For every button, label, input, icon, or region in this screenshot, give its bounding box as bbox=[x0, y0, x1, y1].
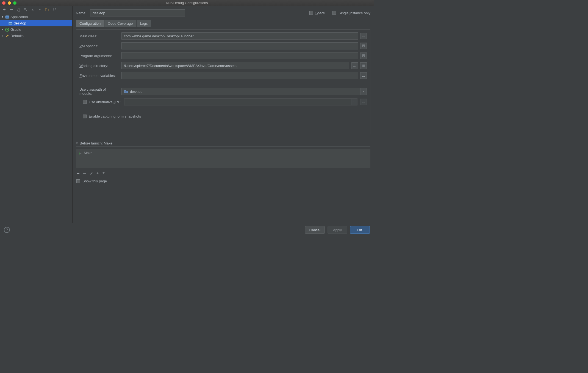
wrench-icon bbox=[5, 34, 9, 38]
chevron-down-icon bbox=[351, 99, 357, 105]
alt-jre-label: Use alternative JRE: bbox=[89, 100, 121, 104]
copy-config-button[interactable] bbox=[16, 8, 20, 12]
tab-configuration[interactable]: Configuration bbox=[76, 20, 104, 27]
edit-task-button[interactable] bbox=[90, 172, 93, 175]
minimize-window-button[interactable] bbox=[8, 1, 11, 5]
ok-button[interactable]: OK bbox=[350, 226, 370, 234]
single-instance-checkbox[interactable]: Single instance only bbox=[332, 11, 370, 15]
svg-text:01: 01 bbox=[80, 152, 82, 154]
tree-label: Defaults bbox=[10, 34, 24, 38]
move-task-up-button[interactable] bbox=[96, 172, 99, 175]
config-name-input[interactable] bbox=[90, 9, 185, 16]
window-title: Run/Debug Configurations bbox=[0, 1, 374, 5]
expand-arrow-icon bbox=[1, 16, 4, 18]
before-launch-label: Before launch: Make bbox=[80, 141, 112, 145]
browse-jre-button: … bbox=[360, 99, 367, 105]
svg-rect-5 bbox=[5, 16, 9, 16]
share-checkbox[interactable]: Share bbox=[309, 11, 325, 15]
svg-rect-7 bbox=[9, 22, 12, 23]
collapse-arrow-icon bbox=[1, 28, 4, 31]
alt-jre-select bbox=[124, 98, 358, 105]
program-args-label: Program arguments: bbox=[79, 54, 119, 58]
chevron-down-icon bbox=[360, 88, 367, 95]
remove-task-button[interactable] bbox=[83, 172, 86, 175]
single-instance-label: Single instance only bbox=[339, 11, 370, 15]
env-vars-label: Environment variables: bbox=[79, 74, 119, 78]
edit-defaults-button[interactable] bbox=[24, 8, 27, 12]
classpath-value: desktop bbox=[130, 90, 143, 94]
tree-node-gradle[interactable]: Gradle bbox=[0, 26, 72, 33]
expand-program-args-button[interactable] bbox=[360, 52, 367, 59]
before-launch-item-label: Make bbox=[84, 151, 93, 155]
snapshots-checkbox[interactable]: Enable capturing form snapshots bbox=[83, 114, 141, 118]
tree-node-application[interactable]: Application bbox=[0, 14, 72, 20]
titlebar: Run/Debug Configurations bbox=[0, 0, 374, 6]
svg-rect-2 bbox=[18, 9, 20, 11]
add-task-button[interactable] bbox=[76, 172, 80, 175]
before-launch-toolbar bbox=[76, 170, 370, 177]
tab-code-coverage[interactable]: Code Coverage bbox=[104, 20, 136, 27]
main-class-input[interactable] bbox=[121, 32, 358, 40]
dialog-footer: ? Cancel Apply OK bbox=[0, 223, 374, 237]
program-args-input[interactable] bbox=[121, 52, 358, 59]
cancel-button[interactable]: Cancel bbox=[305, 226, 325, 234]
traffic-lights bbox=[0, 1, 16, 5]
move-task-down-button[interactable] bbox=[102, 172, 105, 175]
working-dir-input[interactable] bbox=[121, 62, 349, 69]
classpath-module-select[interactable]: desktop bbox=[121, 88, 367, 95]
application-icon bbox=[8, 21, 13, 26]
svg-rect-13 bbox=[83, 173, 86, 174]
folder-button[interactable] bbox=[45, 8, 49, 12]
before-launch-header[interactable]: Before launch: Make bbox=[76, 141, 370, 147]
tree-label: Gradle bbox=[10, 27, 21, 32]
vm-options-input[interactable] bbox=[121, 42, 358, 49]
svg-rect-11 bbox=[362, 55, 365, 57]
expand-vm-options-button[interactable] bbox=[360, 43, 367, 49]
working-dir-list-button[interactable] bbox=[360, 62, 367, 69]
browse-working-dir-button[interactable]: … bbox=[351, 62, 358, 69]
tree-node-defaults[interactable]: Defaults bbox=[0, 33, 72, 39]
main-class-label: Main class: bbox=[79, 34, 119, 38]
config-toolbar bbox=[0, 6, 72, 13]
checkbox-icon bbox=[332, 11, 336, 15]
show-this-page-label: Show this page bbox=[82, 179, 107, 183]
browse-main-class-button[interactable]: … bbox=[360, 33, 367, 39]
before-launch-item[interactable]: 01 Make bbox=[77, 150, 369, 155]
tab-bar: Configuration Code Coverage Logs bbox=[76, 20, 370, 27]
checkbox-icon bbox=[83, 100, 87, 104]
collapse-arrow-icon bbox=[1, 35, 4, 37]
zoom-window-button[interactable] bbox=[13, 1, 16, 5]
sort-button[interactable] bbox=[52, 8, 56, 12]
checkbox-icon bbox=[76, 179, 80, 183]
remove-config-button[interactable] bbox=[9, 8, 13, 12]
working-dir-label: Working directory: bbox=[79, 64, 119, 68]
expand-arrow-icon bbox=[76, 142, 78, 144]
vm-options-label: VM options: bbox=[79, 44, 119, 48]
close-window-button[interactable] bbox=[2, 1, 5, 5]
tree-label: desktop bbox=[14, 21, 26, 25]
tree-node-desktop[interactable]: desktop bbox=[0, 20, 72, 26]
name-label: Name: bbox=[76, 11, 86, 15]
application-icon bbox=[5, 15, 9, 19]
main-panel: Name: Share Single instance only Configu… bbox=[73, 6, 374, 223]
add-config-button[interactable] bbox=[2, 8, 6, 12]
svg-point-9 bbox=[7, 29, 8, 30]
help-button[interactable]: ? bbox=[4, 227, 10, 233]
move-up-button[interactable] bbox=[31, 8, 35, 12]
alt-jre-checkbox[interactable]: Use alternative JRE: bbox=[83, 100, 121, 104]
show-this-page-checkbox[interactable]: Show this page bbox=[76, 179, 370, 183]
apply-button[interactable]: Apply bbox=[328, 226, 347, 234]
make-icon: 01 bbox=[78, 151, 82, 155]
checkbox-icon bbox=[83, 115, 87, 118]
module-icon bbox=[124, 89, 128, 94]
tree-label: Application bbox=[10, 15, 28, 19]
before-launch-list: 01 Make bbox=[76, 149, 370, 168]
share-label: Share bbox=[315, 11, 325, 15]
gradle-icon bbox=[5, 27, 9, 32]
move-down-button[interactable] bbox=[38, 8, 42, 12]
browse-env-vars-button[interactable]: … bbox=[360, 72, 367, 79]
classpath-label: Use classpath of module: bbox=[79, 87, 119, 96]
env-vars-input[interactable] bbox=[121, 72, 358, 79]
tab-logs[interactable]: Logs bbox=[136, 20, 151, 27]
sidebar: Application desktop Gradle bbox=[0, 6, 73, 223]
